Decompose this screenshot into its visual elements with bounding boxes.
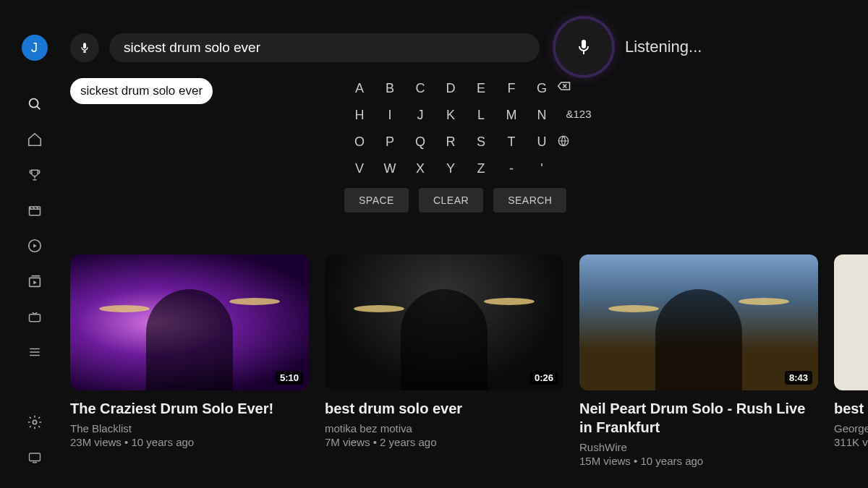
voice-mic-icon[interactable]	[556, 19, 612, 75]
keyboard-key-v[interactable]: V	[344, 161, 375, 176]
cast-icon[interactable]	[26, 449, 43, 466]
video-meta: 311K v	[834, 436, 868, 448]
keyboard-key-x[interactable]: X	[405, 161, 435, 176]
keyboard-symbols[interactable]: &123	[557, 108, 600, 123]
home-icon[interactable]	[26, 131, 43, 148]
keyboard-key-c[interactable]: C	[405, 81, 435, 96]
search-input[interactable]: sickest drum solo ever	[109, 33, 540, 62]
keyboard-key-o[interactable]: O	[344, 134, 375, 150]
menu-icon[interactable]	[26, 343, 43, 361]
video-thumbnail[interactable]: 8:43	[579, 254, 818, 390]
sidebar: J	[0, 0, 69, 488]
keyboard-key-l[interactable]: L	[466, 108, 496, 123]
live-icon[interactable]	[26, 308, 43, 325]
search-icon[interactable]	[26, 95, 43, 113]
keyboard-search[interactable]: SEARCH	[493, 188, 566, 213]
svg-point-11	[33, 420, 37, 424]
keyboard-key-t[interactable]: T	[496, 134, 527, 150]
movies-icon[interactable]	[26, 202, 43, 219]
video-duration: 0:26	[530, 371, 558, 385]
video-meta: 7M views • 2 years ago	[325, 436, 563, 448]
keyboard-key-h[interactable]: H	[344, 108, 375, 123]
keyboard-key-'[interactable]: '	[527, 161, 557, 176]
results-row: 5:10The Craziest Drum Solo Ever!The Blac…	[70, 254, 868, 467]
video-thumbnail[interactable]: 0:26	[325, 254, 563, 390]
mic-button[interactable]	[70, 33, 99, 62]
keyboard-key-q[interactable]: Q	[405, 134, 435, 150]
music-icon[interactable]	[26, 237, 43, 254]
keyboard-key-b[interactable]: B	[375, 81, 405, 96]
keyboard-key-s[interactable]: S	[466, 134, 496, 150]
keyboard-key-m[interactable]: M	[496, 108, 527, 123]
trophy-icon[interactable]	[26, 166, 43, 184]
settings-icon[interactable]	[26, 414, 43, 431]
keyboard-key-j[interactable]: J	[405, 108, 435, 123]
video-channel: George	[834, 422, 868, 435]
keyboard-key-u[interactable]: U	[527, 134, 557, 150]
video-card[interactable]: 8:43Neil Peart Drum Solo - Rush Live in …	[579, 254, 818, 467]
video-meta: 23M views • 10 years ago	[70, 436, 309, 448]
video-channel: The Blacklist	[70, 422, 309, 435]
keyboard-space[interactable]: SPACE	[344, 188, 409, 213]
keyboard-key-g[interactable]: G	[527, 81, 557, 96]
keyboard-key-y[interactable]: Y	[435, 161, 466, 176]
video-channel: RushWire	[579, 441, 818, 453]
onscreen-keyboard: ABCDEFGHIJKLMN&123OPQRSTUVWXYZ-' SPACE C…	[344, 81, 600, 213]
keyboard-key-d[interactable]: D	[435, 81, 466, 96]
video-thumbnail[interactable]: 5:10	[70, 254, 309, 390]
svg-rect-14	[582, 40, 586, 48]
keyboard-key--[interactable]: -	[496, 161, 527, 176]
keyboard-key-z[interactable]: Z	[466, 161, 496, 176]
svg-point-0	[29, 99, 38, 108]
video-card[interactable]: 5:10The Craziest Drum Solo Ever!The Blac…	[70, 254, 309, 467]
svg-marker-6	[33, 281, 37, 285]
keyboard-globe-icon[interactable]	[557, 134, 600, 150]
keyboard-key-k[interactable]: K	[435, 108, 466, 123]
keyboard-key-i[interactable]: I	[375, 108, 405, 123]
search-row: sickest drum solo ever	[70, 33, 540, 62]
keyboard-key-p[interactable]: P	[375, 134, 405, 150]
voice-panel: Listening...	[542, 0, 868, 94]
video-duration: 8:43	[785, 371, 812, 385]
video-title: Neil Peart Drum Solo - Rush Live in Fran…	[579, 399, 818, 437]
video-thumbnail[interactable]	[834, 254, 868, 390]
video-title: best	[834, 399, 868, 418]
svg-rect-7	[29, 314, 40, 322]
keyboard-key-r[interactable]: R	[435, 134, 466, 150]
video-duration: 5:10	[276, 371, 303, 385]
keyboard-key-a[interactable]: A	[344, 81, 375, 96]
keyboard-key-e[interactable]: E	[466, 81, 496, 96]
video-channel: motika bez motiva	[325, 422, 563, 435]
search-suggestion[interactable]: sickest drum solo ever	[70, 78, 213, 104]
video-meta: 15M views • 10 years ago	[579, 455, 818, 467]
library-icon[interactable]	[26, 273, 43, 290]
keyboard-clear[interactable]: CLEAR	[419, 188, 483, 213]
video-card[interactable]: 0:26best drum solo evermotika bez motiva…	[325, 254, 563, 467]
video-title: The Craziest Drum Solo Ever!	[70, 399, 309, 418]
keyboard-key-w[interactable]: W	[375, 161, 405, 176]
svg-marker-4	[33, 244, 37, 248]
keyboard-key-n[interactable]: N	[527, 108, 557, 123]
voice-status: Listening...	[625, 38, 702, 56]
svg-rect-12	[29, 453, 40, 461]
keyboard-key-f[interactable]: F	[496, 81, 527, 96]
svg-rect-13	[83, 43, 86, 48]
video-title: best drum solo ever	[325, 399, 563, 418]
video-card[interactable]: bestGeorge311K v	[834, 254, 868, 467]
keyboard-backspace-icon[interactable]	[557, 81, 600, 96]
avatar[interactable]: J	[22, 35, 48, 61]
svg-line-1	[36, 106, 39, 109]
